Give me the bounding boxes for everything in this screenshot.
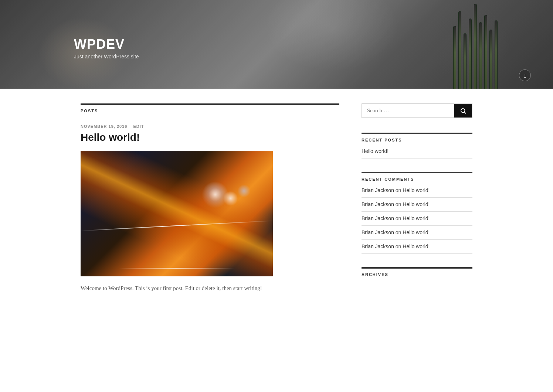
comment-post-link[interactable]: Hello world! bbox=[403, 201, 430, 207]
recent-comments-list: Brian Jackson on Hello world! Brian Jack… bbox=[362, 187, 472, 254]
search-form bbox=[362, 103, 472, 118]
comment-entry: Brian Jackson on Hello world! bbox=[362, 243, 430, 249]
plant-spike bbox=[469, 18, 472, 89]
list-item: Hello world! bbox=[362, 148, 472, 158]
search-icon bbox=[460, 108, 467, 114]
list-item: Brian Jackson on Hello world! bbox=[362, 212, 472, 226]
comment-on-text: on bbox=[396, 229, 403, 235]
commenter-name: Brian Jackson bbox=[362, 215, 394, 221]
recent-posts-section: RECENT POSTS Hello world! bbox=[362, 133, 472, 158]
post-date: NOVEMBER 19, 2016 bbox=[81, 124, 127, 129]
commenter-name: Brian Jackson bbox=[362, 201, 394, 207]
comment-on-text: on bbox=[396, 187, 403, 193]
comment-post-link[interactable]: Hello world! bbox=[403, 243, 430, 249]
recent-posts-title: RECENT POSTS bbox=[362, 133, 472, 142]
plant-spike bbox=[495, 20, 498, 89]
plant-spike bbox=[489, 30, 492, 89]
comment-post-link[interactable]: Hello world! bbox=[403, 187, 430, 193]
comment-post-link[interactable]: Hello world! bbox=[403, 215, 430, 221]
plant-spikes bbox=[453, 4, 498, 89]
list-item: Brian Jackson on Hello world! bbox=[362, 198, 472, 212]
plant-spike bbox=[464, 33, 467, 89]
main-content: POSTS NOVEMBER 19, 2016 EDIT Hello world… bbox=[81, 103, 339, 293]
plant-spike bbox=[479, 22, 482, 89]
posts-section-label: POSTS bbox=[81, 103, 339, 113]
archives-section: ARCHIVES bbox=[362, 267, 472, 277]
post-edit-link[interactable]: EDIT bbox=[133, 124, 144, 129]
search-widget bbox=[362, 103, 472, 118]
svg-line-1 bbox=[464, 112, 465, 113]
archives-title: ARCHIVES bbox=[362, 267, 472, 277]
comment-entry: Brian Jackson on Hello world! bbox=[362, 229, 430, 235]
site-title: WPDEV bbox=[74, 37, 139, 52]
recent-comments-section: RECENT COMMENTS Brian Jackson on Hello w… bbox=[362, 172, 472, 254]
search-input[interactable] bbox=[362, 104, 454, 117]
comment-entry: Brian Jackson on Hello world! bbox=[362, 215, 430, 221]
commenter-name: Brian Jackson bbox=[362, 229, 394, 235]
recent-posts-list: Hello world! bbox=[362, 148, 472, 158]
plant-spike bbox=[458, 11, 461, 89]
list-item: Brian Jackson on Hello world! bbox=[362, 240, 472, 254]
post-excerpt: Welcome to WordPress. This is your first… bbox=[81, 284, 339, 293]
list-item: Brian Jackson on Hello world! bbox=[362, 226, 472, 240]
comment-on-text: on bbox=[396, 215, 403, 221]
site-header: WPDEV Just another WordPress site ↓ bbox=[0, 0, 553, 89]
site-branding: WPDEV Just another WordPress site bbox=[0, 29, 139, 59]
site-tagline: Just another WordPress site bbox=[74, 54, 139, 59]
recent-post-link[interactable]: Hello world! bbox=[362, 148, 389, 154]
hero-plant-decoration bbox=[442, 0, 509, 89]
sidebar: RECENT POSTS Hello world! RECENT COMMENT… bbox=[362, 103, 472, 290]
plant-spike bbox=[484, 15, 487, 89]
comment-post-link[interactable]: Hello world! bbox=[403, 229, 430, 235]
comment-entry: Brian Jackson on Hello world! bbox=[362, 187, 430, 193]
commenter-name: Brian Jackson bbox=[362, 187, 394, 193]
recent-comments-title: RECENT COMMENTS bbox=[362, 172, 472, 181]
plant-spike bbox=[453, 26, 456, 89]
commenter-name: Brian Jackson bbox=[362, 243, 394, 249]
comment-entry: Brian Jackson on Hello world! bbox=[362, 201, 430, 207]
comment-on-text: on bbox=[396, 201, 403, 207]
blog-post: NOVEMBER 19, 2016 EDIT Hello world! Welc… bbox=[81, 124, 339, 293]
plant-spike bbox=[474, 4, 477, 89]
post-thumbnail-image bbox=[81, 151, 273, 276]
post-meta: NOVEMBER 19, 2016 EDIT bbox=[81, 124, 339, 129]
site-content: POSTS NOVEMBER 19, 2016 EDIT Hello world… bbox=[73, 89, 480, 316]
comment-on-text: on bbox=[396, 243, 403, 249]
post-title[interactable]: Hello world! bbox=[81, 132, 339, 143]
search-button[interactable] bbox=[454, 104, 472, 117]
road-decoration bbox=[119, 268, 235, 269]
list-item: Brian Jackson on Hello world! bbox=[362, 187, 472, 198]
scroll-down-button[interactable]: ↓ bbox=[519, 69, 531, 81]
